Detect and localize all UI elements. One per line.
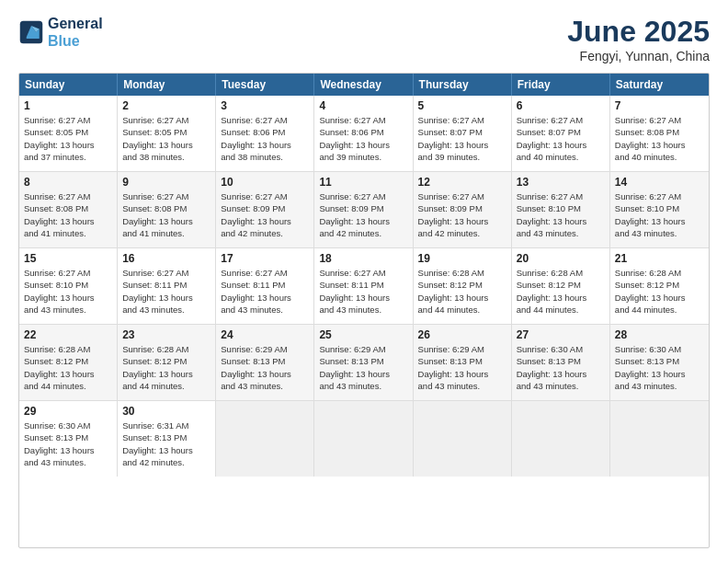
cal-cell: 25Sunrise: 6:29 AMSunset: 8:13 PMDayligh…: [314, 325, 413, 400]
day-info: Sunrise: 6:27 AMSunset: 8:10 PMDaylight:…: [517, 190, 605, 239]
day-info: Sunrise: 6:27 AMSunset: 8:08 PMDaylight:…: [615, 114, 704, 163]
header-monday: Monday: [118, 74, 216, 96]
cal-cell: 5Sunrise: 6:27 AMSunset: 8:07 PMDaylight…: [414, 96, 512, 171]
day-info: Sunrise: 6:27 AMSunset: 8:08 PMDaylight:…: [24, 190, 112, 239]
cal-row-2: 8Sunrise: 6:27 AMSunset: 8:08 PMDaylight…: [19, 172, 709, 248]
cal-cell: 27Sunrise: 6:30 AMSunset: 8:13 PMDayligh…: [512, 325, 610, 400]
day-info: Sunrise: 6:27 AMSunset: 8:06 PMDaylight:…: [319, 114, 407, 163]
day-number: 30: [122, 405, 210, 418]
cal-cell: 30Sunrise: 6:31 AMSunset: 8:13 PMDayligh…: [118, 401, 216, 477]
day-info: Sunrise: 6:29 AMSunset: 8:13 PMDaylight:…: [319, 343, 407, 392]
cal-cell: 24Sunrise: 6:29 AMSunset: 8:13 PMDayligh…: [216, 325, 314, 400]
calendar-header: Sunday Monday Tuesday Wednesday Thursday…: [19, 74, 709, 96]
day-number: 26: [418, 328, 506, 341]
cal-cell: 13Sunrise: 6:27 AMSunset: 8:10 PMDayligh…: [512, 172, 610, 247]
day-number: 16: [122, 252, 210, 265]
logo-icon: [18, 19, 44, 45]
cal-cell: 12Sunrise: 6:27 AMSunset: 8:09 PMDayligh…: [414, 172, 512, 247]
day-number: 27: [517, 328, 605, 341]
day-info: Sunrise: 6:27 AMSunset: 8:11 PMDaylight:…: [122, 267, 210, 316]
header: General Blue June 2025 Fengyi, Yunnan, C…: [18, 15, 710, 63]
day-number: 13: [517, 176, 605, 189]
cal-cell: 6Sunrise: 6:27 AMSunset: 8:07 PMDaylight…: [512, 96, 610, 171]
cal-cell: 9Sunrise: 6:27 AMSunset: 8:08 PMDaylight…: [118, 172, 216, 247]
cal-cell: 8Sunrise: 6:27 AMSunset: 8:08 PMDaylight…: [19, 172, 118, 247]
day-number: 23: [122, 328, 210, 341]
day-info: Sunrise: 6:31 AMSunset: 8:13 PMDaylight:…: [122, 419, 210, 468]
day-info: Sunrise: 6:27 AMSunset: 8:06 PMDaylight:…: [221, 114, 309, 163]
day-number: 6: [517, 99, 605, 112]
header-tuesday: Tuesday: [216, 74, 314, 96]
day-number: 17: [221, 252, 309, 265]
day-info: Sunrise: 6:27 AMSunset: 8:08 PMDaylight:…: [122, 190, 210, 239]
calendar-body: 1Sunrise: 6:27 AMSunset: 8:05 PMDaylight…: [19, 96, 709, 477]
cal-cell: 18Sunrise: 6:27 AMSunset: 8:11 PMDayligh…: [314, 248, 413, 324]
day-info: Sunrise: 6:27 AMSunset: 8:07 PMDaylight:…: [517, 114, 605, 163]
day-number: 22: [24, 328, 112, 341]
cal-cell: 15Sunrise: 6:27 AMSunset: 8:10 PMDayligh…: [19, 248, 118, 324]
cal-cell: 3Sunrise: 6:27 AMSunset: 8:06 PMDaylight…: [216, 96, 314, 171]
cal-row-1: 1Sunrise: 6:27 AMSunset: 8:05 PMDaylight…: [19, 96, 709, 172]
day-number: 12: [418, 176, 506, 189]
day-number: 3: [221, 99, 309, 112]
day-number: 28: [615, 328, 704, 341]
cal-cell: 11Sunrise: 6:27 AMSunset: 8:09 PMDayligh…: [314, 172, 413, 247]
logo: General Blue: [18, 15, 103, 50]
day-info: Sunrise: 6:28 AMSunset: 8:12 PMDaylight:…: [122, 343, 210, 392]
cal-cell: 2Sunrise: 6:27 AMSunset: 8:05 PMDaylight…: [118, 96, 216, 171]
header-friday: Friday: [512, 74, 610, 96]
day-number: 2: [122, 99, 210, 112]
day-info: Sunrise: 6:27 AMSunset: 8:11 PMDaylight:…: [319, 267, 407, 316]
cal-cell: [414, 401, 512, 477]
day-number: 20: [517, 252, 605, 265]
day-info: Sunrise: 6:29 AMSunset: 8:13 PMDaylight:…: [221, 343, 309, 392]
cal-cell: 4Sunrise: 6:27 AMSunset: 8:06 PMDaylight…: [314, 96, 413, 171]
day-number: 14: [615, 176, 704, 189]
day-info: Sunrise: 6:29 AMSunset: 8:13 PMDaylight:…: [418, 343, 506, 392]
cal-cell: 17Sunrise: 6:27 AMSunset: 8:11 PMDayligh…: [216, 248, 314, 324]
cal-cell: 10Sunrise: 6:27 AMSunset: 8:09 PMDayligh…: [216, 172, 314, 247]
day-number: 18: [319, 252, 407, 265]
day-info: Sunrise: 6:27 AMSunset: 8:11 PMDaylight:…: [221, 267, 309, 316]
day-number: 29: [24, 405, 112, 418]
day-info: Sunrise: 6:27 AMSunset: 8:09 PMDaylight:…: [319, 190, 407, 239]
day-number: 1: [24, 99, 112, 112]
location: Fengyi, Yunnan, China: [567, 49, 710, 63]
cal-cell: 19Sunrise: 6:28 AMSunset: 8:12 PMDayligh…: [414, 248, 512, 324]
day-info: Sunrise: 6:27 AMSunset: 8:10 PMDaylight:…: [24, 267, 112, 316]
day-number: 24: [221, 328, 309, 341]
cal-cell: 29Sunrise: 6:30 AMSunset: 8:13 PMDayligh…: [19, 401, 118, 477]
day-number: 25: [319, 328, 407, 341]
logo-text: General Blue: [48, 15, 103, 50]
day-number: 19: [418, 252, 506, 265]
day-info: Sunrise: 6:27 AMSunset: 8:07 PMDaylight:…: [418, 114, 506, 163]
cal-cell: 21Sunrise: 6:28 AMSunset: 8:12 PMDayligh…: [610, 248, 709, 324]
day-number: 4: [319, 99, 407, 112]
cal-cell: [314, 401, 413, 477]
cal-cell: 22Sunrise: 6:28 AMSunset: 8:12 PMDayligh…: [19, 325, 118, 400]
day-info: Sunrise: 6:28 AMSunset: 8:12 PMDaylight:…: [517, 267, 605, 316]
day-number: 5: [418, 99, 506, 112]
day-number: 7: [615, 99, 704, 112]
day-number: 21: [615, 252, 704, 265]
cal-cell: 14Sunrise: 6:27 AMSunset: 8:10 PMDayligh…: [610, 172, 709, 247]
header-sunday: Sunday: [19, 74, 118, 96]
cal-cell: 16Sunrise: 6:27 AMSunset: 8:11 PMDayligh…: [118, 248, 216, 324]
cal-cell: 23Sunrise: 6:28 AMSunset: 8:12 PMDayligh…: [118, 325, 216, 400]
day-info: Sunrise: 6:27 AMSunset: 8:05 PMDaylight:…: [24, 114, 112, 163]
day-info: Sunrise: 6:28 AMSunset: 8:12 PMDaylight:…: [24, 343, 112, 392]
day-info: Sunrise: 6:28 AMSunset: 8:12 PMDaylight:…: [615, 267, 704, 316]
day-number: 9: [122, 176, 210, 189]
cal-cell: 1Sunrise: 6:27 AMSunset: 8:05 PMDaylight…: [19, 96, 118, 171]
day-info: Sunrise: 6:27 AMSunset: 8:09 PMDaylight:…: [221, 190, 309, 239]
title-block: June 2025 Fengyi, Yunnan, China: [567, 15, 710, 63]
cal-cell: [216, 401, 314, 477]
page: General Blue June 2025 Fengyi, Yunnan, C…: [0, 0, 728, 563]
cal-cell: 26Sunrise: 6:29 AMSunset: 8:13 PMDayligh…: [414, 325, 512, 400]
cal-row-5: 29Sunrise: 6:30 AMSunset: 8:13 PMDayligh…: [19, 401, 709, 477]
day-info: Sunrise: 6:27 AMSunset: 8:10 PMDaylight:…: [615, 190, 704, 239]
day-info: Sunrise: 6:30 AMSunset: 8:13 PMDaylight:…: [517, 343, 605, 392]
cal-row-4: 22Sunrise: 6:28 AMSunset: 8:12 PMDayligh…: [19, 325, 709, 401]
day-number: 11: [319, 176, 407, 189]
day-number: 8: [24, 176, 112, 189]
